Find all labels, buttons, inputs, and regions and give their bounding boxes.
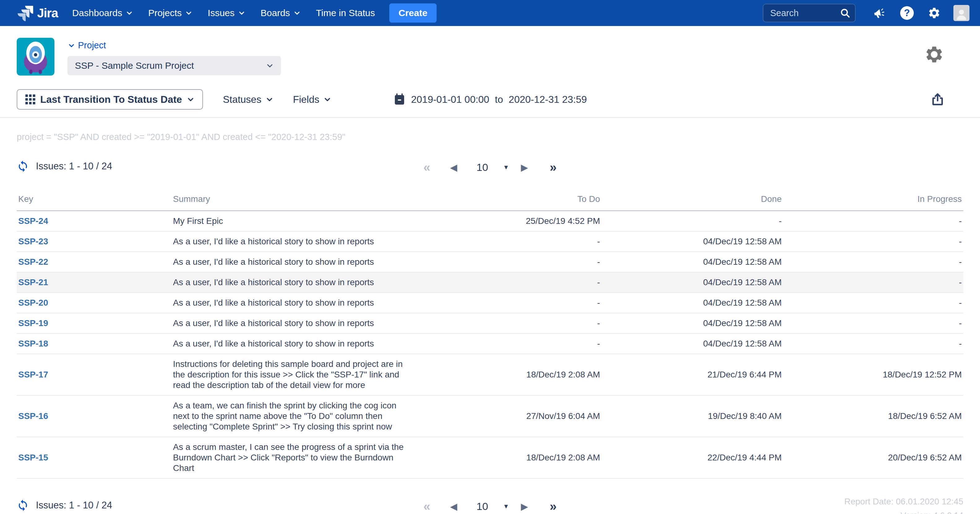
issue-key-cell: SSP-20: [17, 293, 172, 313]
settings-gear-icon[interactable]: [928, 6, 941, 20]
chevron-down-icon: [266, 62, 274, 69]
chevron-down-icon: [266, 96, 273, 103]
issue-summary-cell: As a user, I'd like a historical story t…: [172, 252, 428, 272]
chevron-down-icon: [294, 10, 301, 16]
help-question-glyph: ?: [900, 6, 914, 20]
table-row[interactable]: SSP-19 As a user, I'd like a historical …: [17, 313, 963, 334]
search-icon[interactable]: [840, 8, 851, 19]
issue-summary-cell: As a user, I'd like a historical story t…: [172, 231, 428, 252]
refresh-issues-top[interactable]: Issues: 1 - 10 / 24: [17, 160, 112, 172]
issue-key-link[interactable]: SSP-21: [18, 278, 48, 287]
nav-item-label: Boards: [261, 8, 290, 18]
issue-key-link[interactable]: SSP-23: [18, 236, 48, 246]
export-icon[interactable]: [930, 92, 945, 107]
issue-summary-cell: As a user, I'd like a historical story t…: [172, 293, 428, 313]
page-size-caret-icon[interactable]: ▼: [503, 503, 509, 510]
nav-item-dashboards[interactable]: Dashboards: [72, 8, 133, 18]
nav-item-boards[interactable]: Boards: [261, 8, 301, 18]
issue-key-link[interactable]: SSP-16: [18, 411, 48, 421]
prev-page-icon[interactable]: ◀: [450, 501, 457, 512]
done-date-cell: 21/Dec/19 6:44 PM: [601, 354, 783, 396]
jira-logo-icon: [17, 4, 34, 22]
report-body: project = "SSP" AND created >= "2019-01-…: [0, 132, 980, 514]
inprogress-date-cell: -: [783, 313, 963, 334]
column-header-inprogress[interactable]: In Progress: [783, 189, 963, 211]
nav-item-label: Dashboards: [72, 8, 122, 18]
column-header-todo[interactable]: To Do: [428, 189, 601, 211]
inprogress-date-cell: -: [783, 252, 963, 272]
pagination-bottom: « ◀ 10 ▼ ▶ »: [423, 496, 556, 514]
done-date-cell: 04/Dec/19 12:58 AM: [601, 252, 783, 272]
done-date-cell: 04/Dec/19 12:58 AM: [601, 293, 783, 313]
table-row[interactable]: SSP-18 As a user, I'd like a historical …: [17, 334, 963, 354]
nav-item-projects[interactable]: Projects: [148, 8, 192, 18]
first-page-icon[interactable]: «: [423, 160, 430, 174]
issue-summary-cell: Instructions for deleting this sample bo…: [172, 354, 428, 396]
done-date-cell: 04/Dec/19 12:58 AM: [601, 313, 783, 334]
issue-key-link[interactable]: SSP-24: [18, 216, 48, 226]
issue-key-cell: SSP-18: [17, 334, 172, 354]
table-row[interactable]: SSP-21 As a user, I'd like a historical …: [17, 272, 963, 293]
jira-logo[interactable]: Jira: [17, 4, 58, 22]
page-size-value[interactable]: 10: [477, 161, 488, 173]
column-header-done[interactable]: Done: [601, 189, 783, 211]
issue-key-link[interactable]: SSP-18: [18, 339, 48, 348]
inprogress-date-cell: -: [783, 231, 963, 252]
table-header-row: Key Summary To Do Done In Progress: [17, 189, 963, 211]
issue-key-link[interactable]: SSP-22: [18, 257, 48, 267]
last-page-icon[interactable]: »: [550, 160, 556, 174]
table-row[interactable]: SSP-22 As a user, I'd like a historical …: [17, 252, 963, 272]
report-type-label: Last Transition To Status Date: [40, 94, 182, 105]
todo-date-cell: 25/Dec/19 4:52 PM: [428, 211, 601, 231]
grid-icon: [25, 94, 35, 104]
column-header-summary[interactable]: Summary: [172, 189, 428, 211]
table-row[interactable]: SSP-24 My First Epic 25/Dec/19 4:52 PM -…: [17, 211, 963, 231]
nav-item-time-in-status[interactable]: Time in Status: [316, 8, 375, 18]
nav-item-issues[interactable]: Issues: [208, 8, 245, 18]
search-box: [763, 4, 856, 22]
column-header-key[interactable]: Key: [17, 189, 172, 211]
pagination-top: « ◀ 10 ▼ ▶ »: [423, 158, 556, 177]
date-from: 2019-01-01 00:00: [411, 94, 490, 105]
table-row[interactable]: SSP-15 As a scrum master, I can see the …: [17, 437, 963, 478]
chevron-down-icon: [187, 96, 194, 103]
report-type-button[interactable]: Last Transition To Status Date: [17, 89, 203, 110]
table-row[interactable]: SSP-20 As a user, I'd like a historical …: [17, 293, 963, 313]
fields-dropdown[interactable]: Fields: [293, 94, 331, 105]
todo-date-cell: 18/Dec/19 2:08 AM: [428, 437, 601, 478]
issue-key-link[interactable]: SSP-20: [18, 298, 48, 308]
top-navbar: Jira Dashboards Projects Issues Boards T…: [0, 0, 980, 26]
issue-key-cell: SSP-24: [17, 211, 172, 231]
issue-key-link[interactable]: SSP-17: [18, 370, 48, 379]
nav-item-label: Time in Status: [316, 8, 375, 18]
page-size-value[interactable]: 10: [477, 500, 488, 512]
issues-table-body: SSP-24 My First Epic 25/Dec/19 4:52 PM -…: [17, 211, 963, 479]
table-row[interactable]: SSP-16 As a team, we can finish the spri…: [17, 396, 963, 437]
next-page-icon[interactable]: ▶: [521, 501, 528, 512]
issue-key-cell: SSP-19: [17, 313, 172, 334]
project-select[interactable]: SSP - Sample Scrum Project: [67, 56, 281, 75]
project-section-toggle[interactable]: Project: [68, 40, 281, 51]
create-button[interactable]: Create: [389, 3, 437, 22]
issue-key-cell: SSP-15: [17, 437, 172, 478]
table-row[interactable]: SSP-17 Instructions for deleting this sa…: [17, 354, 963, 396]
user-avatar[interactable]: [953, 5, 969, 21]
table-row[interactable]: SSP-23 As a user, I'd like a historical …: [17, 231, 963, 252]
date-range-picker[interactable]: 2019-01-01 00:00 to 2020-12-31 23:59: [393, 93, 587, 105]
done-date-cell: 04/Dec/19 12:58 AM: [601, 231, 783, 252]
first-page-icon[interactable]: «: [423, 500, 430, 513]
next-page-icon[interactable]: ▶: [521, 162, 528, 173]
issue-key-link[interactable]: SSP-15: [18, 453, 48, 462]
help-icon[interactable]: ?: [900, 6, 914, 20]
last-page-icon[interactable]: »: [550, 500, 556, 513]
report-settings-gear-icon[interactable]: [924, 45, 944, 64]
statuses-dropdown[interactable]: Statuses: [223, 94, 273, 105]
calendar-icon: [393, 93, 406, 105]
page-size-caret-icon[interactable]: ▼: [503, 164, 509, 171]
report-date: Report Date: 06.01.2020 12:45: [844, 496, 963, 506]
issue-key-link[interactable]: SSP-19: [18, 318, 48, 328]
prev-page-icon[interactable]: ◀: [450, 162, 457, 173]
issue-key-cell: SSP-17: [17, 354, 172, 396]
refresh-issues-bottom[interactable]: Issues: 1 - 10 / 24: [17, 499, 112, 511]
feedback-megaphone-icon[interactable]: [873, 6, 886, 20]
